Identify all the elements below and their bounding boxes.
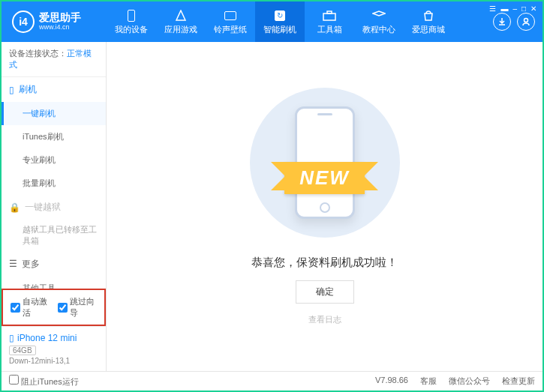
app-url: www.i4.cn — [39, 24, 81, 31]
checkbox-auto-activate[interactable]: 自动激活 — [11, 296, 50, 319]
device-firmware: Down-12mini-13,1 — [9, 357, 98, 365]
logo: i4 爱思助手 www.i4.cn — [2, 10, 107, 33]
phone-icon — [125, 9, 138, 22]
view-log-link[interactable]: 查看日志 — [308, 314, 341, 325]
sidebar-menu: ▯刷机 一键刷机 iTunes刷机 专业刷机 批量刷机 🔒一键越狱 越狱工具已转… — [2, 77, 106, 289]
nav-tutorial[interactable]: 教程中心 — [354, 1, 404, 42]
logo-icon: i4 — [12, 10, 35, 33]
nav-apps-games[interactable]: 应用游戏 — [156, 1, 206, 42]
tutorial-icon — [372, 9, 386, 22]
toolbox-icon — [323, 9, 336, 22]
nav-toolbox[interactable]: 工具箱 — [305, 1, 354, 42]
success-illustration: NEW — [250, 88, 400, 238]
svg-point-2 — [524, 19, 528, 22]
wechat-link[interactable]: 微信公众号 — [449, 376, 490, 387]
phone-small-icon: ▯ — [9, 85, 14, 95]
maximize-icon[interactable]: □ — [521, 4, 526, 13]
sidebar: 设备连接状态：正常模式 ▯刷机 一键刷机 iTunes刷机 专业刷机 批量刷机 … — [2, 42, 107, 371]
check-update-link[interactable]: 检查更新 — [502, 376, 535, 387]
nav-ringtone-wallpaper[interactable]: 铃声壁纸 — [206, 1, 255, 42]
nav-store[interactable]: 爱思商城 — [404, 1, 453, 42]
checkbox-skip-guide[interactable]: 跳过向导 — [58, 296, 98, 319]
section-more[interactable]: ☰更多 — [2, 252, 106, 277]
support-link[interactable]: 客服 — [420, 376, 437, 387]
close-icon[interactable]: ✕ — [530, 4, 536, 13]
sidebar-item-other[interactable]: 其他工具 — [2, 277, 106, 289]
device-name: ▯iPhone 12 mini — [9, 333, 98, 343]
main-content: NEW 恭喜您，保资料刷机成功啦！ 确定 查看日志 — [107, 42, 542, 371]
flash-icon: ↻ — [273, 9, 287, 22]
wallpaper-icon — [224, 9, 237, 22]
sidebar-item-oneclick[interactable]: 一键刷机 — [2, 102, 106, 125]
sidebar-item-itunes[interactable]: iTunes刷机 — [2, 125, 106, 148]
main-nav: 我的设备 应用游戏 铃声壁纸 ↻智能刷机 工具箱 教程中心 爱思商城 — [107, 1, 485, 42]
device-icon: ▯ — [9, 333, 14, 343]
apps-icon — [174, 9, 188, 22]
svg-rect-1 — [327, 11, 332, 13]
menu-icon[interactable]: ☰ — [489, 4, 496, 13]
jailbreak-note: 越狱工具已转移至工具箱 — [2, 220, 106, 252]
status-bar: 阻止iTunes运行 V7.98.66 客服 微信公众号 检查更新 — [2, 371, 542, 391]
titlebar: i4 爱思助手 www.i4.cn 我的设备 应用游戏 铃声壁纸 ↻智能刷机 工… — [2, 1, 542, 42]
user-button[interactable] — [517, 13, 535, 31]
ok-button[interactable]: 确定 — [296, 280, 354, 304]
nav-my-device[interactable]: 我的设备 — [107, 1, 156, 42]
store-icon — [422, 9, 435, 22]
list-icon: ☰ — [9, 259, 17, 269]
download-button[interactable] — [493, 13, 511, 31]
success-message: 恭喜您，保资料刷机成功啦！ — [251, 256, 398, 270]
connection-status: 设备连接状态：正常模式 — [2, 42, 106, 77]
new-ribbon: NEW — [284, 162, 365, 194]
app-window: i4 爱思助手 www.i4.cn 我的设备 应用游戏 铃声壁纸 ↻智能刷机 工… — [0, 0, 544, 392]
window-controls-top: ☰ ▬ – □ ✕ — [489, 4, 536, 13]
device-storage: 64GB — [9, 346, 36, 355]
sidebar-item-batch[interactable]: 批量刷机 — [2, 172, 106, 195]
svg-rect-0 — [323, 13, 335, 20]
lock-icon: 🔒 — [9, 202, 20, 213]
version-label: V7.98.66 — [375, 376, 408, 387]
device-info[interactable]: ▯iPhone 12 mini 64GB Down-12mini-13,1 — [2, 326, 106, 371]
sidebar-options: 自动激活 跳过向导 — [2, 289, 106, 326]
app-name: 爱思助手 — [39, 12, 81, 23]
section-flash[interactable]: ▯刷机 — [2, 77, 106, 102]
nav-smart-flash[interactable]: ↻智能刷机 — [255, 1, 305, 42]
minimize-icon[interactable]: – — [512, 4, 517, 13]
checkbox-block-itunes[interactable]: 阻止iTunes运行 — [9, 375, 79, 388]
pin-icon[interactable]: ▬ — [500, 4, 508, 13]
body: 设备连接状态：正常模式 ▯刷机 一键刷机 iTunes刷机 专业刷机 批量刷机 … — [2, 42, 542, 371]
section-jailbreak[interactable]: 🔒一键越狱 — [2, 195, 106, 220]
sidebar-item-pro[interactable]: 专业刷机 — [2, 148, 106, 172]
